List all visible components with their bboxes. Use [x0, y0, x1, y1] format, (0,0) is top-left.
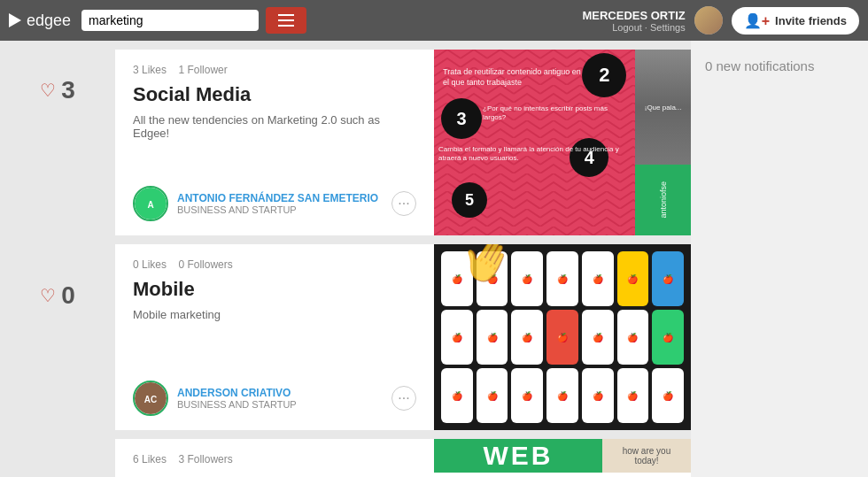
secondary-image: ¡Que pala...: [635, 50, 691, 165]
likes-count-2: 0: [133, 258, 139, 271]
social-media-image: 2 3 4 5 Trata de reutilizar contenido an…: [434, 50, 635, 235]
followers-count-2: 0: [178, 258, 184, 271]
user-name: MERCEDES ORTIZ: [582, 9, 685, 22]
card-desc-1: All the new tendencies on Marketing 2.0 …: [133, 113, 416, 172]
svg-text:A: A: [147, 200, 153, 210]
device: 🍎: [582, 251, 614, 306]
heart-icon-1[interactable]: ♡: [40, 80, 56, 101]
card-meta-1: 3 Likes 1 Follower: [133, 64, 416, 76]
device: 🍎: [652, 251, 684, 306]
hamburger-line: [278, 25, 294, 27]
card-image-1: 2 3 4 5 Trata de reutilizar contenido an…: [434, 50, 691, 235]
author-avatar-img-1: A: [135, 188, 167, 219]
circle-2: 2: [582, 53, 626, 97]
card-social-media: 3 Likes 1 Follower Social Media All the …: [115, 50, 691, 235]
content-area: 3 Likes 1 Follower Social Media All the …: [115, 41, 691, 477]
card-body-1: 3 Likes 1 Follower Social Media All the …: [115, 50, 434, 235]
circle-3: 3: [441, 98, 482, 139]
device: 🍎: [477, 310, 508, 365]
like-count-1: 3: [61, 76, 75, 104]
author-info-2: ANDERSON CRIATIVO BUSINESS AND STARTUP: [177, 387, 297, 410]
followers-label-1: Follower: [187, 64, 227, 76]
author-avatar-2: AC: [133, 381, 168, 416]
avatar-image: [694, 6, 723, 35]
left-sidebar: ♡ 3 ♡ 0: [0, 41, 115, 477]
device: 🍎: [582, 368, 614, 423]
user-info: MERCEDES ORTIZ Logout · Settings: [582, 9, 685, 33]
invite-friends-button[interactable]: 👤+ Invite friends: [732, 7, 859, 35]
web-image-left: WEB: [434, 439, 602, 473]
followers-count-1: 1: [178, 64, 184, 76]
card-body-2: 0 Likes 0 Followers Mobile Mobile market…: [115, 244, 434, 430]
avatar: [694, 6, 723, 35]
more-options-button-2[interactable]: ···: [391, 386, 416, 411]
likes-label-3: Likes: [142, 453, 167, 465]
card-meta-3: 6 Likes 3 Followers: [133, 453, 416, 465]
followers-count-3: 3: [178, 453, 184, 465]
side-top: ¡Que pala...: [635, 50, 691, 165]
right-sidebar: 0 new notifications: [691, 41, 868, 477]
author-handle: antoniofse: [659, 181, 668, 219]
author-category-1: BUSINESS AND STARTUP: [177, 204, 378, 215]
card-image-text-2: ¿Por qué no intentas escribir posts más …: [483, 104, 631, 123]
card-meta-2: 0 Likes 0 Followers: [133, 258, 416, 271]
device: 🍎: [511, 310, 543, 365]
device: 🍎: [546, 251, 578, 306]
logo: edgee: [9, 12, 71, 30]
device: 🍎: [617, 368, 649, 423]
card-author-2: AC ANDERSON CRIATIVO BUSINESS AND STARTU…: [133, 381, 416, 416]
card-mobile: 0 Likes 0 Followers Mobile Mobile market…: [115, 244, 691, 430]
likes-count-1: 3: [133, 64, 139, 76]
like-section-1: ♡ 3: [40, 76, 75, 104]
card-title-2: Mobile: [133, 278, 416, 301]
card-title-1: Social Media: [133, 83, 416, 106]
invite-icon: 👤+: [744, 12, 770, 29]
like-section-2: ♡ 0: [40, 281, 75, 310]
card-image-side: ¡Que pala... antoniofse: [635, 50, 691, 235]
likes-label-2: Likes: [142, 258, 167, 271]
more-options-button-1[interactable]: ···: [391, 191, 416, 216]
device: 🍎: [617, 251, 649, 306]
card-author-1: A ANTONIO FERNÁNDEZ SAN EMETERIO BUSINES…: [133, 186, 416, 221]
secondary-text: ¡Que pala...: [641, 100, 686, 115]
logo-text: edgee: [27, 12, 71, 30]
followers-label-2: Followers: [187, 258, 232, 271]
device: 🍎: [441, 368, 473, 423]
author-info-1: ANTONIO FERNÁNDEZ SAN EMETERIO BUSINESS …: [177, 192, 378, 215]
heart-icon-2[interactable]: ♡: [40, 285, 56, 306]
hamburger-line: [278, 19, 294, 21]
header-right: MERCEDES ORTIZ Logout · Settings 👤+ Invi…: [582, 6, 859, 35]
card-image-text-1: Trata de reutilizar contenido antiguo en…: [443, 67, 582, 88]
author-name-1[interactable]: ANTONIO FERNÁNDEZ SAN EMETERIO: [177, 192, 378, 204]
search-box: [81, 10, 259, 31]
device: 🍎: [546, 310, 578, 365]
hamburger-button[interactable]: [266, 7, 306, 34]
web-image-right: how are you today!: [602, 439, 691, 473]
device: 🍎: [511, 368, 543, 423]
user-links: Logout · Settings: [582, 22, 685, 33]
device: 🍎: [652, 310, 684, 365]
likes-label-1: Likes: [142, 64, 167, 76]
device: 🍎: [546, 368, 578, 423]
device: 🍎: [477, 368, 508, 423]
device: 🍎: [441, 310, 473, 365]
device: 🍎: [617, 310, 649, 365]
hamburger-line: [278, 14, 294, 16]
author-name-2[interactable]: ANDERSON CRIATIVO: [177, 387, 297, 399]
card-desc-2: Mobile marketing: [133, 308, 416, 366]
web-image-text: how are you today!: [609, 446, 684, 465]
card-image-2: 🍎 🍎 🍎 🍎 🍎 🍎 🍎 🍎 🍎 🍎 🍎 🍎 🍎 🍎: [434, 244, 691, 430]
card-web-partial: 6 Likes 3 Followers WEB how are you toda…: [115, 439, 691, 477]
invite-label: Invite friends: [775, 14, 847, 27]
logo-icon: [9, 13, 21, 27]
author-handle-block: antoniofse: [635, 165, 691, 235]
author-avatar-img-2: AC: [135, 382, 167, 414]
device: 🍎: [582, 310, 614, 365]
author-category-2: BUSINESS AND STARTUP: [177, 399, 297, 410]
device: 🍎: [652, 368, 684, 423]
notifications-title: 0 new notifications: [705, 58, 854, 73]
followers-label-3: Followers: [187, 453, 232, 465]
circle-5: 5: [452, 182, 487, 218]
author-avatar-1: A: [133, 186, 168, 221]
search-input[interactable]: [89, 13, 252, 27]
